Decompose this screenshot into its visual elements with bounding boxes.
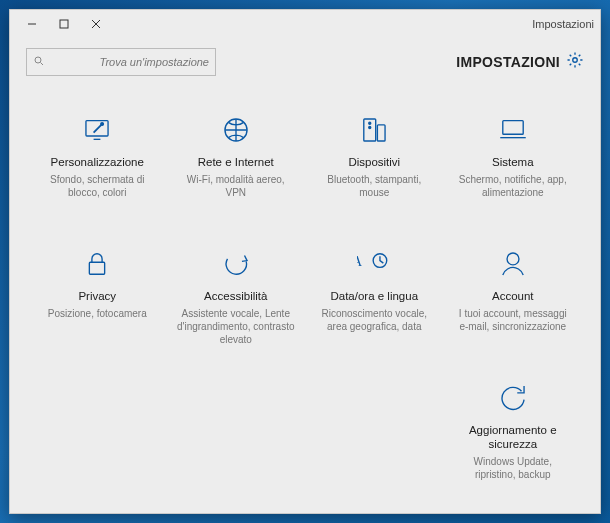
tile-desc: Schermo, notifiche, app, alimentazione <box>454 173 572 199</box>
tile-title: Dispositivi <box>348 156 400 170</box>
svg-point-2 <box>35 57 41 63</box>
tile-desc: Posizione, fotocamera <box>48 307 147 320</box>
svg-point-7 <box>369 126 371 128</box>
tile-title: Account <box>492 290 534 304</box>
svg-rect-0 <box>60 20 68 28</box>
tile-system[interactable]: Sistema Schermo, notifiche, app, aliment… <box>449 112 577 199</box>
tile-desc: Windows Update, ripristino, backup <box>454 455 572 481</box>
lock-icon <box>80 246 114 282</box>
tile-desc: Wi-Fi, modalità aereo, VPN <box>177 173 295 199</box>
svg-text:A: A <box>357 254 362 269</box>
person-icon <box>496 246 530 282</box>
svg-rect-14 <box>90 262 105 274</box>
gear-icon <box>566 51 584 73</box>
tile-title: Sistema <box>492 156 534 170</box>
globe-icon <box>219 112 253 148</box>
svg-point-6 <box>369 122 371 124</box>
maximize-button[interactable] <box>48 10 80 38</box>
tile-accessibility[interactable]: Accessibilità Assistente vocale, Lente d… <box>172 246 300 346</box>
devices-icon <box>357 112 391 148</box>
svg-point-10 <box>101 123 104 126</box>
tile-devices[interactable]: Dispositivi Bluetooth, stampanti, mouse <box>310 112 438 199</box>
close-button[interactable] <box>80 10 112 38</box>
tile-title: Aggiornamento e sicurezza <box>449 424 577 452</box>
tile-desc: Assistente vocale, Lente d'ingrandimento… <box>177 307 295 346</box>
time-language-icon: A <box>357 246 391 282</box>
laptop-icon <box>496 112 530 148</box>
settings-grid: Sistema Schermo, notifiche, app, aliment… <box>10 82 600 520</box>
tile-network[interactable]: Rete e Internet Wi-Fi, modalità aereo, V… <box>172 112 300 199</box>
accessibility-icon <box>219 246 253 282</box>
header: IMPOSTAZIONI <box>10 38 600 82</box>
search-box[interactable] <box>26 48 216 76</box>
search-input[interactable] <box>51 56 209 68</box>
update-icon <box>496 380 530 416</box>
tile-title: Data/ora e lingua <box>330 290 418 304</box>
tile-desc: Bluetooth, stampanti, mouse <box>315 173 433 199</box>
search-icon <box>33 55 45 70</box>
svg-rect-5 <box>378 125 386 141</box>
svg-point-11 <box>507 253 519 265</box>
tile-title: Rete e Internet <box>198 156 274 170</box>
tile-title: Privacy <box>78 290 116 304</box>
minimize-button[interactable] <box>16 10 48 38</box>
tile-title: Personalizzazione <box>51 156 144 170</box>
tile-title: Accessibilità <box>204 290 267 304</box>
personalize-icon <box>80 112 114 148</box>
svg-rect-3 <box>503 121 523 135</box>
page-title: IMPOSTAZIONI <box>456 54 560 70</box>
tile-update-security[interactable]: Aggiornamento e sicurezza Windows Update… <box>449 380 577 481</box>
titlebar: Impostazioni <box>10 10 600 38</box>
tile-personalization[interactable]: Personalizzazione Sfondo, schermata di b… <box>33 112 161 199</box>
svg-point-1 <box>573 58 578 63</box>
tile-privacy[interactable]: Privacy Posizione, fotocamera <box>33 246 161 320</box>
settings-window: Impostazioni IMPOSTAZIONI <box>9 9 601 514</box>
window-title: Impostazioni <box>532 18 594 30</box>
tile-desc: I tuoi account, messaggi e-mail, sincron… <box>454 307 572 333</box>
tile-desc: Riconoscimento vocale, area geografica, … <box>315 307 433 333</box>
tile-desc: Sfondo, schermata di blocco, colori <box>38 173 156 199</box>
tile-accounts[interactable]: Account I tuoi account, messaggi e-mail,… <box>449 246 577 333</box>
tile-time-language[interactable]: A Data/ora e lingua Riconoscimento vocal… <box>310 246 438 333</box>
